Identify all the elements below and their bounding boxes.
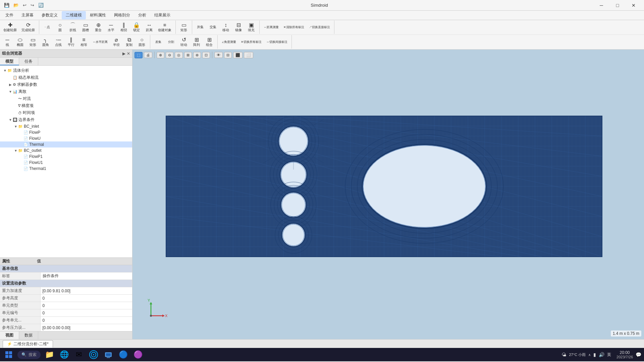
- notification-btn[interactable]: 💬: [636, 352, 641, 357]
- array-btn[interactable]: ⊞阵列: [191, 36, 203, 48]
- rotate-btn[interactable]: ↺转动: [178, 36, 190, 48]
- view-print-btn[interactable]: 🖨: [144, 52, 152, 58]
- mirror-btn[interactable]: ⊟镜像: [232, 21, 245, 34]
- menu-results[interactable]: 结果展示: [150, 11, 174, 19]
- view-show-btn[interactable]: 👁: [214, 52, 223, 58]
- toggle-direct-btn[interactable]: ↗切换直接标注: [307, 21, 332, 34]
- equal-btn[interactable]: ≡相等: [78, 36, 90, 48]
- create-contour-btn[interactable]: ✚ 创建轮廓: [1, 21, 19, 34]
- taskbar-clock[interactable]: 20:00 2023/7/26: [616, 350, 633, 359]
- intersect-btn[interactable]: 交集: [207, 21, 219, 34]
- menu-analysis[interactable]: 分析: [134, 11, 150, 19]
- minimize-btn[interactable]: ─: [594, 0, 609, 11]
- viewport[interactable]: ⬚ 🖨 ⊕ ⊖ ◎ ⊞ ⊛ ⊡ 👁 ⊟ ⬛ ⬜: [132, 50, 644, 339]
- combine-btn[interactable]: ⊞组合: [203, 36, 215, 48]
- parallel-btn[interactable]: ∥平行: [65, 36, 77, 48]
- slot-btn[interactable]: ▭圆槽: [79, 21, 92, 34]
- view-white-btn[interactable]: ⬜: [244, 52, 253, 58]
- view-zoom-in-btn[interactable]: ⊕: [157, 52, 164, 58]
- tree-thermal[interactable]: ▶ 📄 Thermal: [0, 141, 132, 147]
- distance-btn[interactable]: ↔距离: [143, 21, 155, 34]
- taskbar-search[interactable]: 🔍 搜索: [17, 351, 41, 359]
- bottom-tab-view[interactable]: 视图: [0, 331, 19, 339]
- maximize-btn[interactable]: □: [610, 0, 625, 11]
- taskbar-app1[interactable]: [88, 349, 100, 361]
- panel-close-btn[interactable]: ✕: [127, 51, 130, 56]
- pointline-btn[interactable]: ·─点线: [52, 36, 64, 48]
- polyline-btn[interactable]: ⌒折线: [67, 21, 79, 34]
- taskbar-edge[interactable]: 🌐: [58, 349, 70, 361]
- menu-param-define[interactable]: 参数定义: [38, 11, 62, 19]
- bottom-tab-data[interactable]: 数据: [19, 331, 38, 339]
- view-grid-btn[interactable]: ⊞: [184, 52, 192, 58]
- status-tab-2d[interactable]: ⚡ 二维分流分析-二维*: [3, 340, 53, 348]
- tab-model[interactable]: 模型: [0, 58, 19, 65]
- fill-btn[interactable]: ▣填充: [245, 21, 257, 34]
- battery-icon[interactable]: ▮: [593, 352, 596, 357]
- tree-convection[interactable]: ▶ 〜 对流: [0, 95, 132, 102]
- taskbar-simdroid[interactable]: [102, 349, 114, 361]
- view-snap-btn[interactable]: ⊛: [193, 52, 201, 58]
- move-btn[interactable]: ↕移动: [220, 21, 232, 34]
- tree-stable-single[interactable]: ▶ 📋 稳态单相流: [0, 74, 132, 81]
- rect2-btn[interactable]: ▭矩形: [27, 36, 39, 48]
- coincident-btn[interactable]: ⊕重合: [92, 21, 104, 34]
- circle2-btn[interactable]: ○圆形: [136, 36, 148, 48]
- tree-discrete[interactable]: ▼ 📊 离散: [0, 88, 132, 95]
- taskbar-file-explorer[interactable]: 📁: [43, 349, 55, 361]
- save-quick-btn[interactable]: 💾: [3, 2, 11, 8]
- start-button[interactable]: [3, 349, 15, 361]
- view-region-btn[interactable]: ⊡: [202, 52, 210, 58]
- point-btn[interactable]: · 点: [41, 21, 53, 34]
- split-btn[interactable]: 分割: [165, 36, 177, 48]
- create-obj-btn[interactable]: ⊞创建对象: [156, 21, 173, 34]
- tree-flowp[interactable]: ▶ 📄 FlowP: [0, 129, 132, 135]
- horizontal-btn[interactable]: ─水平: [105, 21, 117, 34]
- chevron-icon[interactable]: ∧: [588, 353, 591, 357]
- radius-btn[interactable]: ⌀半径: [110, 36, 122, 48]
- taskbar-mail[interactable]: ✉: [73, 349, 85, 361]
- tree-solver-params[interactable]: ▶ ⚙ 求解器参数: [0, 81, 132, 88]
- menu-file[interactable]: 文件: [1, 11, 17, 19]
- close-btn[interactable]: ✕: [626, 0, 641, 11]
- finish-contour-btn[interactable]: ⟳ 完成轮廓: [19, 21, 37, 34]
- tree-flowu[interactable]: ▶ 📄 FlowU: [0, 135, 132, 141]
- tab-task[interactable]: 任务: [19, 58, 38, 65]
- difference-btn[interactable]: 差集: [152, 36, 164, 48]
- tree-fluid-analysis[interactable]: ▼ 📁 流体分析: [0, 67, 132, 74]
- hdist-btn[interactable]: ↔水平距离: [91, 36, 110, 48]
- network-icon[interactable]: 🌤: [561, 352, 566, 357]
- view-zoom-out-btn[interactable]: ⊖: [166, 52, 173, 58]
- redo-btn[interactable]: ↪: [29, 2, 36, 8]
- volume-icon[interactable]: 🔊: [599, 352, 604, 357]
- fillet-btn[interactable]: ╮圆角: [40, 36, 52, 48]
- menu-mesh[interactable]: 网格剖分: [110, 11, 134, 19]
- lock-btn[interactable]: 🔒锁定: [130, 21, 143, 34]
- ellipse-btn[interactable]: ⬭椭圆: [14, 36, 26, 48]
- panel-expand-btn[interactable]: ▶: [122, 51, 125, 56]
- tree-boundary-cond[interactable]: ▼ 🔲 边界条件: [0, 116, 132, 123]
- toggle-all-ann-btn[interactable]: ✕切换所有标注: [239, 36, 264, 48]
- menu-home[interactable]: 主屏幕: [17, 11, 38, 19]
- line-btn[interactable]: ─线: [1, 36, 13, 48]
- tree-thermal1[interactable]: ▶ 📄 Thermal1: [0, 166, 132, 172]
- taskbar-browser[interactable]: 🔵: [117, 349, 129, 361]
- props-row-refpressure[interactable]: 参考压力设... [0.00 0.00 0.00]: [0, 324, 132, 331]
- taskbar-purple-app[interactable]: 🟣: [132, 349, 144, 361]
- view-3d-btn[interactable]: ⬚: [135, 52, 143, 58]
- clear-annotations-btn[interactable]: ✕清除所有标注: [281, 21, 306, 34]
- view-hide-btn[interactable]: ⊟: [224, 52, 232, 58]
- view-fit-btn[interactable]: ◎: [175, 52, 183, 58]
- tree-flowu1[interactable]: ▶ 📄 FlowU1: [0, 160, 132, 166]
- rectangle-btn[interactable]: ▭矩形: [178, 21, 190, 34]
- toggle-indirect-btn[interactable]: ↔切换间接标注: [264, 36, 289, 48]
- angle-measure-btn[interactable]: ∠角度测量: [220, 36, 238, 48]
- tree-flowp1[interactable]: ▶ 📄 FlowP1: [0, 154, 132, 160]
- tree-time-term[interactable]: ▶ ⏱ 时间项: [0, 109, 132, 116]
- union-btn[interactable]: 并集: [194, 21, 206, 34]
- open-quick-btn[interactable]: 📂: [12, 2, 20, 8]
- dist-measure-btn[interactable]: ↔距离测量: [262, 21, 281, 34]
- undo-btn[interactable]: ↩: [21, 2, 28, 8]
- copy-btn[interactable]: ⧉复制: [123, 36, 135, 48]
- tangent-btn[interactable]: ∥相切: [118, 21, 130, 34]
